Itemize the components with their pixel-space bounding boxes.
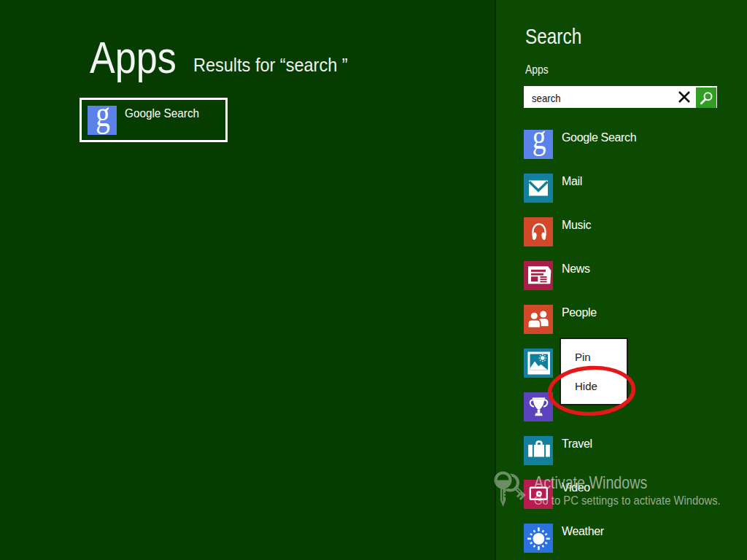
svg-text:g: g xyxy=(533,130,546,156)
svg-text:g: g xyxy=(96,106,110,134)
